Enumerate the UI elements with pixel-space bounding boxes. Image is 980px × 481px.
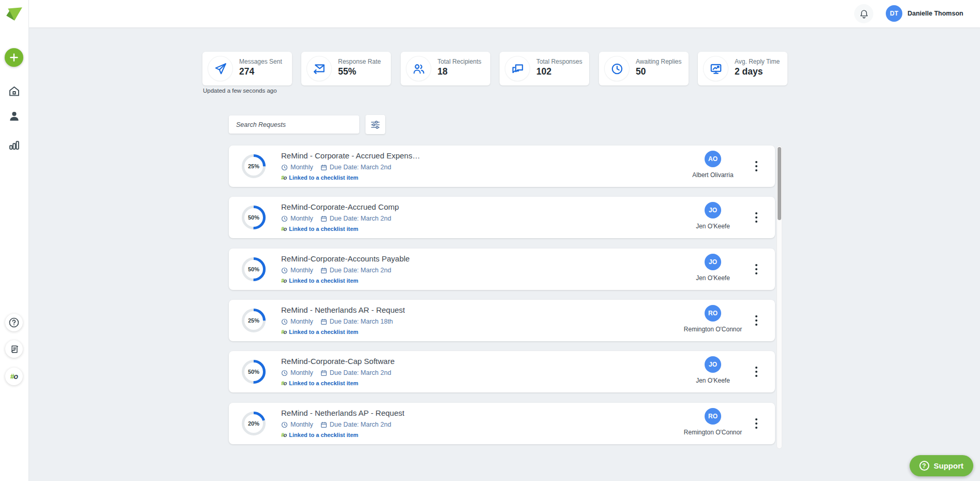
clock-icon xyxy=(281,370,288,376)
scrollbar-thumb[interactable] xyxy=(778,147,781,220)
sidebar: #o xyxy=(0,0,29,481)
scroll-icon xyxy=(8,343,20,355)
clock-icon xyxy=(605,56,629,81)
request-title: ReMind-Corporate-Cap Software xyxy=(281,357,394,366)
request-title: ReMind - Corporate - Accrued Expens… xyxy=(281,151,420,160)
card-menu-button[interactable] xyxy=(751,210,762,225)
sidebar-changelog-button[interactable] xyxy=(5,340,23,358)
list-scrollbar[interactable] xyxy=(777,145,782,449)
linked-checklist-link[interactable]: #o Linked to a checklist item xyxy=(281,174,358,181)
stat-card-total-recipients: Total Recipients 18 xyxy=(401,52,490,85)
sliders-icon xyxy=(370,120,381,130)
notifications-button[interactable] xyxy=(854,4,873,23)
user-avatar: DT xyxy=(886,5,902,22)
request-meta: Monthly Due Date: March 2nd xyxy=(281,215,391,222)
stat-value: 102 xyxy=(536,66,551,77)
assignee-name: Remington O'Connor xyxy=(661,429,765,436)
bell-icon xyxy=(858,8,870,20)
stat-value: 55% xyxy=(338,66,356,77)
card-menu-button[interactable] xyxy=(751,313,762,328)
linked-checklist-link[interactable]: #o Linked to a checklist item xyxy=(281,432,358,438)
hash-logo-icon: #o xyxy=(281,226,286,232)
linked-checklist-link[interactable]: #o Linked to a checklist item xyxy=(281,226,358,232)
filter-button[interactable] xyxy=(365,115,385,134)
assignee-avatar: AO xyxy=(705,151,721,167)
progress-label: 50% xyxy=(241,205,266,230)
calendar-icon xyxy=(320,370,327,376)
progress-label: 50% xyxy=(241,359,266,384)
request-meta: Monthly Due Date: March 2nd xyxy=(281,267,391,274)
assignee-name: Jen O'Keefe xyxy=(661,274,765,282)
clock-icon xyxy=(281,215,288,222)
stat-card-total-responses: Total Responses 102 xyxy=(500,52,589,85)
linked-checklist-link[interactable]: #o Linked to a checklist item xyxy=(281,278,358,284)
request-card[interactable]: 50% ReMind-Corporate-Accrued Comp Monthl… xyxy=(229,197,775,238)
user-menu[interactable]: DT Danielle Thomson xyxy=(886,5,963,22)
stat-label: Total Responses xyxy=(536,58,582,65)
card-menu-button[interactable] xyxy=(751,365,762,379)
hash-logo-icon: #o xyxy=(281,432,286,438)
clock-icon xyxy=(281,164,288,171)
support-button[interactable]: ? Support xyxy=(910,455,974,476)
stat-label: Total Recipients xyxy=(437,58,481,65)
stat-label: Avg. Reply Time xyxy=(735,58,780,65)
app-logo-icon[interactable] xyxy=(5,4,23,23)
request-title: ReMind-Corporate-Accounts Payable xyxy=(281,254,409,263)
request-meta: Monthly Due Date: March 2nd xyxy=(281,369,391,376)
request-card[interactable]: 25% ReMind - Corporate - Accrued Expens…… xyxy=(229,145,775,187)
request-card[interactable]: 20% ReMind - Netherlands AP - Request Mo… xyxy=(229,403,775,444)
linked-checklist-link[interactable]: #o Linked to a checklist item xyxy=(281,380,358,386)
stat-card-avg-reply-time: Avg. Reply Time 2 days xyxy=(698,52,787,85)
request-card[interactable]: 50% ReMind-Corporate-Accounts Payable Mo… xyxy=(229,249,775,290)
search-input[interactable] xyxy=(229,115,359,134)
stat-card-response-rate: Response Rate 55% xyxy=(301,52,391,85)
clock-icon xyxy=(281,267,288,274)
people-icon xyxy=(406,56,431,81)
request-meta: Monthly Due Date: March 18th xyxy=(281,318,393,325)
card-menu-button[interactable] xyxy=(751,416,762,431)
hash-logo-icon: #o xyxy=(281,329,286,335)
sidebar-home-icon[interactable] xyxy=(7,84,21,98)
topbar: DT Danielle Thomson xyxy=(28,0,980,27)
calendar-icon xyxy=(320,267,327,274)
sidebar-analytics-icon[interactable] xyxy=(7,138,21,152)
assignee-name: Remington O'Connor xyxy=(661,326,765,333)
assignee-avatar: RO xyxy=(705,305,721,322)
create-request-button[interactable] xyxy=(5,48,23,67)
progress-label: 25% xyxy=(241,308,266,333)
paper-plane-icon xyxy=(208,56,232,81)
card-menu-button[interactable] xyxy=(751,159,762,173)
plus-icon xyxy=(9,52,19,63)
clock-icon xyxy=(281,421,288,428)
stat-label: Awaiting Replies xyxy=(636,58,682,65)
hash-logo-icon: #o xyxy=(281,174,286,181)
assignee-name: Jen O'Keefe xyxy=(661,377,765,384)
card-menu-button[interactable] xyxy=(751,262,762,276)
monitor-trend-icon xyxy=(704,56,728,81)
stat-value: 274 xyxy=(239,66,254,77)
request-meta: Monthly Due Date: March 2nd xyxy=(281,421,391,428)
hash-logo-icon: #o xyxy=(281,380,286,386)
hash-logo-icon: #o xyxy=(10,372,18,381)
sidebar-brand-button[interactable]: #o xyxy=(5,368,23,385)
request-card[interactable]: 25% ReMind - Netherlands AR - Request Mo… xyxy=(229,300,775,341)
calendar-icon xyxy=(320,215,327,222)
chat-bubbles-icon xyxy=(505,56,530,81)
request-title: ReMind-Corporate-Accrued Comp xyxy=(281,202,399,211)
progress-label: 50% xyxy=(241,257,266,282)
calendar-icon xyxy=(320,318,327,325)
sidebar-help-button[interactable] xyxy=(5,314,23,331)
clock-icon xyxy=(281,318,288,325)
stat-label: Messages Sent xyxy=(239,58,282,65)
stat-value: 2 days xyxy=(735,66,763,77)
assignee-name: Albert Olivarria xyxy=(661,171,765,179)
request-card[interactable]: 50% ReMind-Corporate-Cap Software Monthl… xyxy=(229,351,775,392)
sidebar-people-icon[interactable] xyxy=(7,109,21,123)
assignee-avatar: JO xyxy=(705,202,721,218)
progress-label: 20% xyxy=(241,411,266,436)
help-icon xyxy=(8,316,20,329)
progress-label: 25% xyxy=(241,154,266,179)
stat-card-messages-sent: Messages Sent 274 xyxy=(202,52,292,85)
user-name: Danielle Thomson xyxy=(908,10,963,17)
linked-checklist-link[interactable]: #o Linked to a checklist item xyxy=(281,329,358,335)
